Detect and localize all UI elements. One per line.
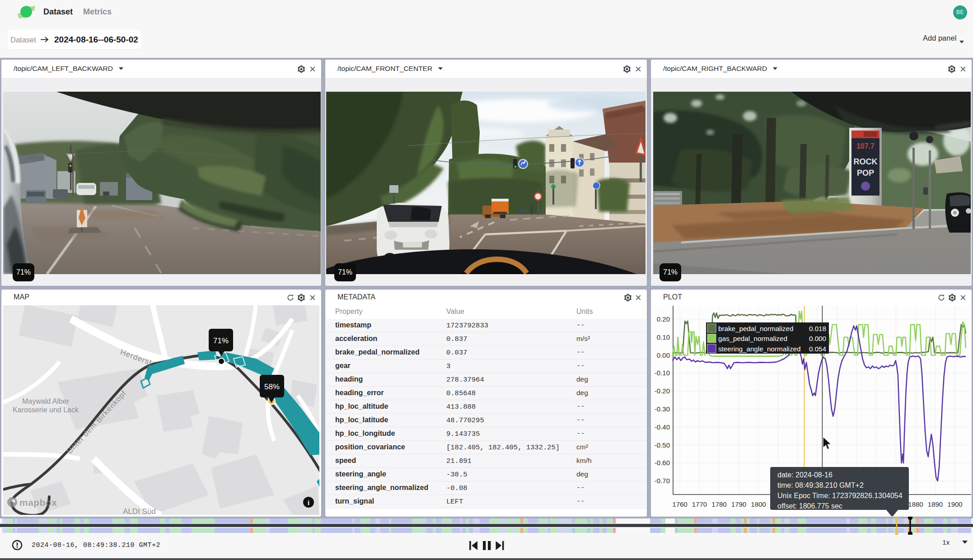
svg-text:steering_angle_normalized: steering_angle_normalized <box>718 345 800 353</box>
svg-text:-0.50: -0.50 <box>655 441 670 449</box>
svg-text:Karosserie und Lack: Karosserie und Lack <box>13 406 79 414</box>
svg-text:107.7: 107.7 <box>856 142 875 150</box>
svg-text:1770: 1770 <box>692 500 707 508</box>
svg-text:58%: 58% <box>264 383 280 391</box>
svg-text:ALDI Süd: ALDI Süd <box>123 507 156 515</box>
svg-text:-0.40: -0.40 <box>655 423 670 431</box>
svg-text:0.000: 0.000 <box>809 335 826 342</box>
svg-text:POP: POP <box>857 168 874 177</box>
svg-text:Maywald Alber: Maywald Alber <box>22 397 70 405</box>
svg-text:0.00: 0.00 <box>657 351 670 359</box>
svg-text:1760: 1760 <box>672 500 687 508</box>
svg-text:date: 2024-08-16: date: 2024-08-16 <box>777 471 833 479</box>
svg-text:i: i <box>308 499 309 506</box>
svg-text:1900: 1900 <box>947 500 962 508</box>
svg-text:0.20: 0.20 <box>657 315 670 323</box>
svg-text:offset: 1806.775 sec: offset: 1806.775 sec <box>777 502 842 510</box>
svg-text:0.054: 0.054 <box>809 345 826 353</box>
svg-text:-0.60: -0.60 <box>655 459 670 467</box>
svg-text:-0.20: -0.20 <box>655 387 670 395</box>
svg-text:71%: 71% <box>213 336 229 345</box>
svg-text:Unix Epoc Time: 1723792826.130: Unix Epoc Time: 1723792826.1304054 <box>777 492 903 499</box>
svg-text:time: 08:49:38.210 GMT+2: time: 08:49:38.210 GMT+2 <box>777 481 864 489</box>
svg-text:-0.70: -0.70 <box>655 477 670 485</box>
svg-text:mapbox: mapbox <box>19 497 57 508</box>
svg-text:0.10: 0.10 <box>657 333 670 341</box>
svg-text:1890: 1890 <box>928 500 943 508</box>
svg-text:brake_pedal_normalized: brake_pedal_normalized <box>718 325 793 332</box>
svg-text:gas_pedal_normalized: gas_pedal_normalized <box>718 335 787 342</box>
svg-text:1880: 1880 <box>908 500 923 508</box>
svg-text:0.018: 0.018 <box>809 325 826 332</box>
svg-text:1790: 1790 <box>731 500 746 508</box>
svg-text:-0.30: -0.30 <box>655 405 670 413</box>
svg-text:ROCK: ROCK <box>854 157 878 166</box>
svg-text:1800: 1800 <box>751 500 766 508</box>
svg-text:1780: 1780 <box>711 500 726 508</box>
svg-text:-0.10: -0.10 <box>655 369 670 377</box>
